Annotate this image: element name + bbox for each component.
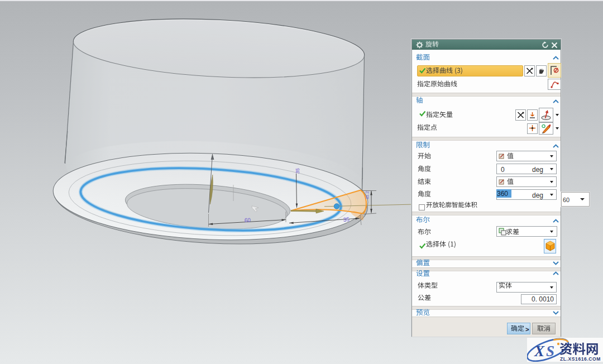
svg-text:60: 60 bbox=[245, 217, 251, 223]
svg-text:35: 35 bbox=[343, 216, 350, 223]
svg-text:S: S bbox=[546, 343, 554, 360]
svg-text:X: X bbox=[534, 343, 545, 360]
svg-text:35: 35 bbox=[295, 168, 300, 174]
svg-text:11.2: 11.2 bbox=[365, 190, 370, 199]
